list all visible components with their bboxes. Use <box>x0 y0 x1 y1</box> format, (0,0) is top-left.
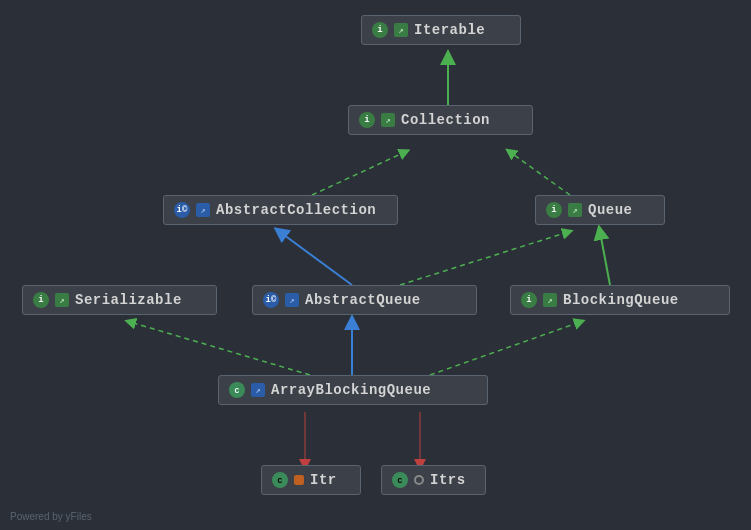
node-blocking-queue[interactable]: i ↗ BlockingQueue <box>510 285 730 315</box>
icon-iterable: i <box>372 22 388 38</box>
node-queue[interactable]: i ↗ Queue <box>535 195 665 225</box>
node-abstract-queue[interactable]: i© ↗ AbstractQueue <box>252 285 477 315</box>
label-collection: Collection <box>401 112 490 128</box>
node-itrs[interactable]: C Itrs <box>381 465 486 495</box>
class-icon-serializable: ↗ <box>55 293 69 307</box>
label-abstract-queue: AbstractQueue <box>305 292 421 308</box>
icon-array-blocking-queue: C <box>229 382 245 398</box>
orange-icon-itr <box>294 475 304 485</box>
class-icon-queue: ↗ <box>568 203 582 217</box>
label-array-blocking-queue: ArrayBlockingQueue <box>271 382 431 398</box>
label-abstract-collection: AbstractCollection <box>216 202 376 218</box>
node-iterable[interactable]: i ↗ Iterable <box>361 15 521 45</box>
svg-line-8 <box>400 232 568 285</box>
svg-line-5 <box>312 152 405 195</box>
icon-collection: i <box>359 112 375 128</box>
icon-queue: i <box>546 202 562 218</box>
icon-abstract-collection: i© <box>174 202 190 218</box>
svg-line-6 <box>510 152 570 195</box>
class-icon-iterable: ↗ <box>394 23 408 37</box>
icon-itrs: C <box>392 472 408 488</box>
node-abstract-collection[interactable]: i© ↗ AbstractCollection <box>163 195 398 225</box>
icon-itr: C <box>272 472 288 488</box>
icon-serializable: i <box>33 292 49 308</box>
class-icon-array-blocking-queue: ↗ <box>251 383 265 397</box>
class-icon-collection: ↗ <box>381 113 395 127</box>
class-icon-abstract-collection: ↗ <box>196 203 210 217</box>
icon-abstract-queue: i© <box>263 292 279 308</box>
class-icon-blocking-queue: ↗ <box>543 293 557 307</box>
label-itr: Itr <box>310 472 337 488</box>
label-serializable: Serializable <box>75 292 182 308</box>
label-blocking-queue: BlockingQueue <box>563 292 679 308</box>
connections-svg <box>0 0 751 530</box>
label-iterable: Iterable <box>414 22 485 38</box>
node-itr[interactable]: C Itr <box>261 465 361 495</box>
svg-line-7 <box>280 232 352 285</box>
diagram-container: i ↗ Iterable i ↗ Collection i© ↗ Abstrac… <box>0 0 751 530</box>
node-collection[interactable]: i ↗ Collection <box>348 105 533 135</box>
label-queue: Queue <box>588 202 633 218</box>
icon-blocking-queue: i <box>521 292 537 308</box>
node-array-blocking-queue[interactable]: C ↗ ArrayBlockingQueue <box>218 375 488 405</box>
circle-icon-itrs <box>414 475 424 485</box>
class-icon-abstract-queue: ↗ <box>285 293 299 307</box>
label-itrs: Itrs <box>430 472 466 488</box>
svg-line-12 <box>430 322 580 375</box>
watermark: Powered by yFiles <box>10 511 92 522</box>
svg-line-10 <box>130 322 310 375</box>
svg-line-9 <box>600 232 610 285</box>
node-serializable[interactable]: i ↗ Serializable <box>22 285 217 315</box>
